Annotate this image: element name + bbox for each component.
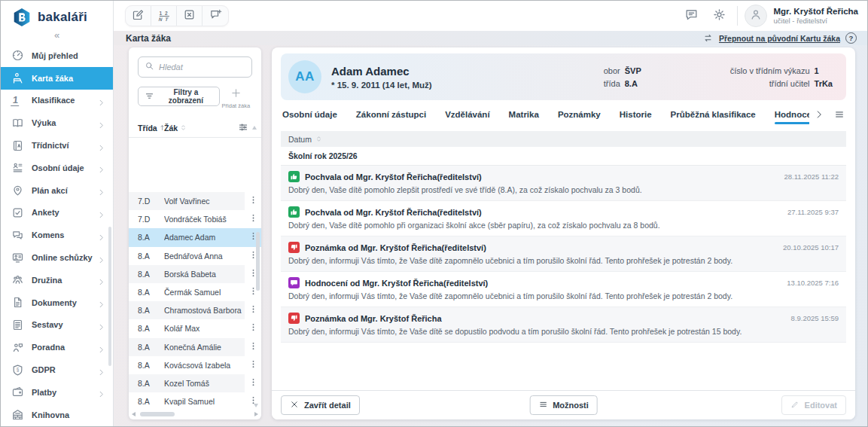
kebab-icon	[248, 212, 258, 226]
toolbar-button[interactable]	[126, 6, 151, 26]
student-row[interactable]: 8.A Kolář Max	[129, 319, 261, 337]
row-menu-button[interactable]	[245, 374, 261, 392]
column-header-student[interactable]: Žák	[164, 124, 237, 133]
filters-label: Filtry a zobrazení	[159, 88, 213, 105]
personal-data-icon	[11, 161, 24, 174]
row-menu-button[interactable]	[245, 356, 261, 374]
filters-button[interactable]: Filtry a zobrazení	[138, 87, 220, 106]
toolbar-button[interactable]: 1 2N T	[151, 6, 177, 26]
sidebar-item[interactable]: Komens	[1, 224, 113, 246]
scroll-down-icon[interactable]	[254, 404, 258, 407]
sidebar-item[interactable]: Online schůzky	[1, 246, 113, 269]
record-entry[interactable]: Poznámka od Mgr. Kryštof Řeřicha 8.9.202…	[281, 307, 846, 343]
column-settings-button[interactable]	[237, 122, 249, 134]
message-plus-icon	[209, 8, 222, 23]
student-row[interactable]: 8.A Kozel Tomáš	[129, 374, 261, 392]
chevron-right-icon	[97, 388, 105, 396]
options-button[interactable]: Možnosti	[529, 395, 598, 415]
dashboard-icon	[11, 49, 24, 62]
student-row[interactable]: 8.A Kvapil Samuel	[129, 392, 261, 409]
user-info[interactable]: Mgr. Kryštof Řeřicha učitel - ředitelstv…	[774, 6, 858, 26]
toolbar-button[interactable]	[203, 6, 228, 26]
scrollbar-thumb[interactable]	[140, 412, 175, 416]
student-row[interactable]: 8.A Bednářová Anna	[129, 247, 261, 265]
class-cell: 8.A	[138, 379, 164, 388]
tab[interactable]: Zákonní zástupci	[356, 100, 426, 129]
row-menu-button[interactable]	[245, 392, 261, 409]
student-row[interactable]: 8.A Borská Babeta	[129, 265, 261, 283]
sidebar-item[interactable]: Platby	[1, 381, 113, 404]
student-row[interactable]: 8.A Kovácsová Izabela	[129, 356, 261, 374]
sidebar-item[interactable]: Sestavy	[1, 314, 113, 337]
column-header-class[interactable]: Třída	[138, 124, 164, 133]
row-menu-button[interactable]	[245, 210, 261, 228]
swap-icon	[702, 32, 714, 44]
sidebar-item[interactable]: Ankety	[1, 202, 113, 224]
tab[interactable]: Osobní údaje	[282, 100, 337, 129]
sidebar: bakaláři « Můj přehled Karta žáka 1	[1, 1, 114, 426]
scroll-left-icon[interactable]	[132, 412, 136, 416]
tabs-scroll-right-button[interactable]	[814, 109, 824, 120]
student-row[interactable]: 8.A Chramostová Barbora	[129, 301, 261, 319]
edit-button[interactable]: Editovat	[781, 395, 846, 415]
close-detail-button[interactable]: Zavřít detail	[281, 395, 360, 415]
sidebar-item[interactable]: § GDPR	[1, 358, 113, 381]
tab[interactable]: Historie	[620, 100, 652, 129]
chevron-right-icon	[97, 276, 105, 284]
tab[interactable]: Průběžná klasifikace	[671, 100, 756, 129]
record-entry[interactable]: Hodnocení od Mgr. Kryštof Řeřicha(ředite…	[281, 272, 846, 307]
record-entry[interactable]: Pochvala od Mgr. Kryštof Řeřicha(ředitel…	[281, 166, 846, 201]
student-row[interactable]: 7.D Vondráček Tobiáš	[129, 210, 261, 228]
sidebar-item[interactable]: Knihovna	[1, 404, 113, 426]
student-row[interactable]: 8.A Čermák Samuel	[129, 283, 261, 301]
search-input[interactable]	[159, 63, 245, 72]
student-row[interactable]: 7.D Volf Vavřinec	[129, 192, 261, 210]
class-cell: 8.A	[138, 270, 164, 279]
date-column-header[interactable]: Datum	[281, 131, 846, 147]
sidebar-item[interactable]: Dokumenty	[1, 291, 113, 314]
add-student-button[interactable]: Přidat žáka	[220, 87, 252, 109]
list-horizontal-scrollbar[interactable]	[132, 410, 258, 417]
help-button[interactable]: ?	[845, 32, 857, 44]
switch-to-original-link[interactable]: Přepnout na původní Kartu žáka	[719, 34, 840, 43]
record-entry[interactable]: Pochvala od Mgr. Kryštof Řeřicha(ředitel…	[281, 201, 846, 236]
student-detail-panel: AA Adam Adamec * 15. 9. 2011 (14 let, Mu…	[272, 47, 855, 419]
entry-body: Dobrý den, informuji Vás tímto, že Vaše …	[288, 327, 839, 336]
settings-button[interactable]	[709, 5, 730, 26]
tab[interactable]: Poznámky	[558, 100, 601, 129]
sidebar-scrollbar[interactable]	[108, 227, 111, 366]
entry-body: Dobrý den, informuji Vás tímto, že Vaše …	[288, 291, 839, 300]
sidebar-item[interactable]: Můj přehled	[1, 44, 113, 67]
row-menu-button[interactable]	[245, 192, 261, 210]
sidebar-item[interactable]: Výuka	[1, 111, 113, 134]
student-name-cell: Konečná Amálie	[164, 343, 245, 352]
sidebar-item[interactable]: Třídnictví	[1, 134, 113, 157]
messages-button[interactable]	[681, 5, 702, 26]
scroll-right-icon[interactable]	[254, 412, 258, 416]
tab[interactable]: Hodnocení Komens	[775, 100, 809, 129]
student-row[interactable]: 8.A Konečná Amálie	[129, 338, 261, 356]
row-menu-button[interactable]	[245, 319, 261, 337]
toolbar-button[interactable]	[177, 6, 203, 26]
sidebar-item[interactable]: Družina	[1, 269, 113, 291]
sidebar-item[interactable]: 1 Klasifikace	[1, 90, 113, 112]
student-row[interactable]: 8.A Adamec Adam	[129, 228, 261, 246]
row-menu-button[interactable]	[245, 338, 261, 356]
tab[interactable]: Vzdělávání	[445, 100, 489, 129]
app-logo[interactable]: bakaláři	[1, 1, 113, 30]
sidebar-item[interactable]: Karta žáka	[1, 67, 113, 90]
record-entry[interactable]: Poznámka od Mgr. Kryštof Řeřicha(ředitel…	[281, 236, 846, 272]
list-vertical-scrollbar[interactable]	[256, 232, 260, 291]
komens-records: Datum Školní rok 2025/26 Pochvala od Mgr…	[281, 131, 846, 343]
sidebar-item[interactable]: Plán akcí	[1, 179, 113, 202]
tabs-menu-button[interactable]	[834, 109, 845, 120]
sidebar-item-label: Knihovna	[32, 410, 105, 419]
scroll-up-icon[interactable]	[252, 126, 257, 130]
sidebar-collapse-button[interactable]: «	[1, 30, 113, 42]
sidebar-item[interactable]: Osobní údaje	[1, 157, 113, 179]
user-avatar[interactable]	[745, 5, 767, 27]
row-menu-button[interactable]	[245, 301, 261, 319]
sidebar-item[interactable]: Poradna	[1, 336, 113, 358]
chevron-right-icon	[97, 142, 105, 150]
tab[interactable]: Matrika	[509, 100, 539, 129]
